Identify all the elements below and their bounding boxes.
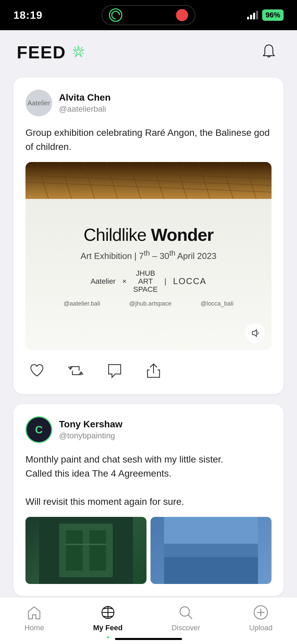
svg-line-30 [188, 615, 192, 619]
feed-title: FEED [17, 44, 66, 61]
image-thumb-2 [151, 517, 272, 584]
user-name-2: Tony Kershaw [59, 419, 122, 430]
repost-button[interactable] [64, 359, 87, 382]
like-button[interactable] [25, 359, 48, 382]
poster-socials: @aatelier.bali @jhub.artspace @locca_bal… [50, 300, 247, 307]
image-thumb-1 [25, 517, 146, 584]
dynamic-island [102, 5, 195, 25]
comment-button[interactable] [103, 359, 126, 382]
avatar: Aatelier [25, 90, 52, 116]
nav-myfeed[interactable]: My Feed [86, 604, 129, 638]
signal-icon [247, 11, 258, 19]
post-text: Group exhibition celebrating Raré Angon,… [25, 126, 272, 154]
status-time: 18:19 [13, 9, 43, 21]
bottom-nav: Home My Feed Discover Upload [0, 597, 297, 644]
svg-line-3 [82, 53, 84, 54]
user-handle: @aatelierbali [59, 104, 111, 114]
svg-rect-20 [66, 530, 83, 571]
post-header: Aatelier Alvita Chen @aatelierbali [25, 90, 272, 116]
feed-content: Aatelier Alvita Chen @aatelierbali Group… [0, 71, 297, 644]
poster-subtitle: Art Exhibition | 7th – 30th April 2023 [50, 249, 247, 261]
svg-point-29 [180, 607, 189, 616]
status-icons: 96% [247, 9, 284, 21]
share-button[interactable] [142, 359, 165, 382]
nav-discover-label: Discover [172, 624, 200, 632]
volume-button[interactable] [245, 323, 265, 343]
app-header: FEED [0, 30, 297, 71]
svg-line-2 [73, 53, 75, 54]
nav-myfeed-label: My Feed [93, 624, 123, 632]
star-icon [71, 44, 86, 60]
post-actions [25, 359, 272, 382]
post-card-2: C Tony Kershaw @tonybpainting Monthly pa… [13, 404, 284, 596]
app-icon [109, 8, 122, 22]
exhibition-image: Childlike Wonder Art Exhibition | 7th – … [25, 162, 272, 350]
nav-home[interactable]: Home [18, 604, 51, 632]
nav-home-label: Home [24, 624, 44, 632]
post-images [25, 517, 272, 584]
svg-rect-24 [164, 557, 258, 584]
user-name: Alvita Chen [59, 92, 111, 103]
svg-rect-25 [164, 517, 258, 544]
nav-discover[interactable]: Discover [165, 604, 207, 632]
status-bar: 18:19 96% [0, 0, 297, 30]
feed-logo: FEED [17, 44, 86, 61]
avatar-tony: C [25, 416, 52, 443]
nav-upload-label: Upload [249, 624, 273, 632]
post-text-2: Monthly paint and chat sesh with my litt… [25, 452, 272, 509]
post-image: Childlike Wonder Art Exhibition | 7th – … [25, 162, 272, 350]
post-header-2: C Tony Kershaw @tonybpainting [25, 416, 272, 443]
user-info-2: Tony Kershaw @tonybpainting [59, 419, 122, 440]
post-card: Aatelier Alvita Chen @aatelierbali Group… [13, 77, 284, 394]
home-indicator [115, 638, 182, 640]
battery-indicator: 96% [262, 9, 284, 21]
exhibition-poster: Childlike Wonder Art Exhibition | 7th – … [50, 225, 247, 307]
nav-upload[interactable]: Upload [242, 604, 279, 632]
record-indicator [176, 9, 188, 21]
svg-rect-21 [90, 530, 106, 571]
poster-brands: Aatelier × JHUBARTSPACE | LOCCA [50, 269, 247, 294]
user-info: Alvita Chen @aatelierbali [59, 92, 111, 114]
user-handle-2: @tonybpainting [59, 431, 122, 440]
poster-title: Childlike Wonder [50, 225, 247, 245]
nav-active-indicator [107, 636, 109, 638]
svg-line-1 [81, 47, 82, 49]
svg-rect-22 [66, 544, 106, 545]
svg-line-0 [74, 47, 76, 49]
notification-button[interactable] [257, 40, 280, 64]
